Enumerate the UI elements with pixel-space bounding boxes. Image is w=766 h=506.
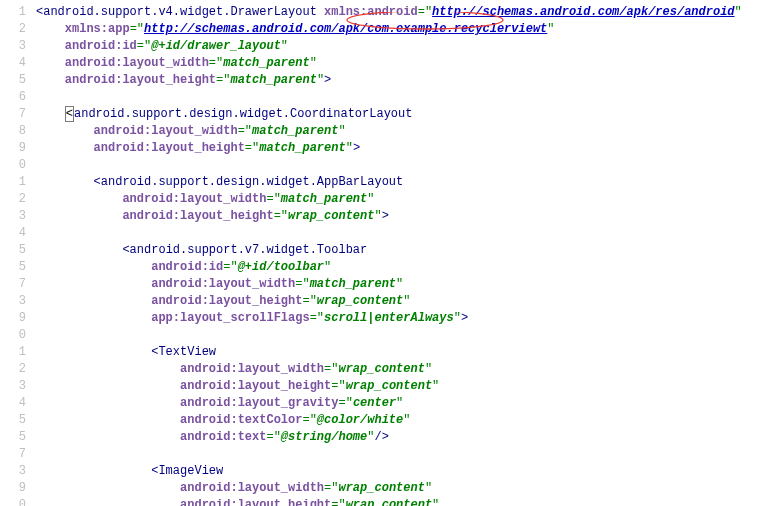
code-line: 3 android:layout_height="wrap_content" [8,293,766,310]
code-line: 7 <android.support.design.widget.Coordin… [8,106,766,123]
code-line: 3 <ImageView [8,463,766,480]
line-number: 1 [8,174,36,191]
line-number: 9 [8,140,36,157]
code-line: 7 [8,446,766,463]
line-number: 1 [8,4,36,21]
line-number: 0 [8,327,36,344]
line-number: 5 [8,259,36,276]
code-line: 1 <android.support.design.widget.AppBarL… [8,174,766,191]
code-line: 5 android:text="@string/home"/> [8,429,766,446]
line-number: 9 [8,480,36,497]
line-number: 4 [8,395,36,412]
code-line: 0 android:layout_height="wrap_content" [8,497,766,506]
code-line: 3 android:layout_height="wrap_content" [8,378,766,395]
code-line: 5 android:textColor="@color/white" [8,412,766,429]
code-block: 1<android.support.v4.widget.DrawerLayout… [8,4,766,506]
code-line: 5 android:layout_height="match_parent"> [8,72,766,89]
code-line: 7 android:layout_width="match_parent" [8,276,766,293]
line-number: 3 [8,378,36,395]
code-line: 2 android:layout_width="match_parent" [8,191,766,208]
line-number: 5 [8,242,36,259]
line-number: 1 [8,344,36,361]
code-line: 0 [8,157,766,174]
code-line: 5 <android.support.v7.widget.Toolbar [8,242,766,259]
code-line: 4 [8,225,766,242]
line-number: 7 [8,106,36,123]
code-line: 9 android:layout_width="wrap_content" [8,480,766,497]
line-number: 3 [8,463,36,480]
code-line: 3 android:id="@+id/drawer_layout" [8,38,766,55]
code-line: 9 android:layout_height="match_parent"> [8,140,766,157]
line-number: 0 [8,497,36,506]
code-line: 4 android:layout_gravity="center" [8,395,766,412]
line-number: 9 [8,310,36,327]
code-line: 2 xmlns:app="http://schemas.android.com/… [8,21,766,38]
line-number: 3 [8,293,36,310]
line-number: 3 [8,208,36,225]
line-number: 5 [8,412,36,429]
line-number: 7 [8,446,36,463]
code-line: 0 [8,327,766,344]
line-number: 2 [8,21,36,38]
line-number: 8 [8,123,36,140]
code-line: 4 android:layout_width="match_parent" [8,55,766,72]
code-line: 3 android:layout_height="wrap_content"> [8,208,766,225]
line-number: 7 [8,276,36,293]
line-number: 2 [8,361,36,378]
code-line: 9 app:layout_scrollFlags="scroll|enterAl… [8,310,766,327]
code-line: 8 android:layout_width="match_parent" [8,123,766,140]
line-number: 6 [8,89,36,106]
code-line: 6 [8,89,766,106]
code-line: 5 android:id="@+id/toolbar" [8,259,766,276]
line-number: 5 [8,429,36,446]
code-line: 1 <TextView [8,344,766,361]
line-number: 5 [8,72,36,89]
line-number: 4 [8,225,36,242]
code-line: 1<android.support.v4.widget.DrawerLayout… [8,4,766,21]
code-line: 2 android:layout_width="wrap_content" [8,361,766,378]
line-number: 3 [8,38,36,55]
line-number: 4 [8,55,36,72]
line-number: 2 [8,191,36,208]
line-number: 0 [8,157,36,174]
